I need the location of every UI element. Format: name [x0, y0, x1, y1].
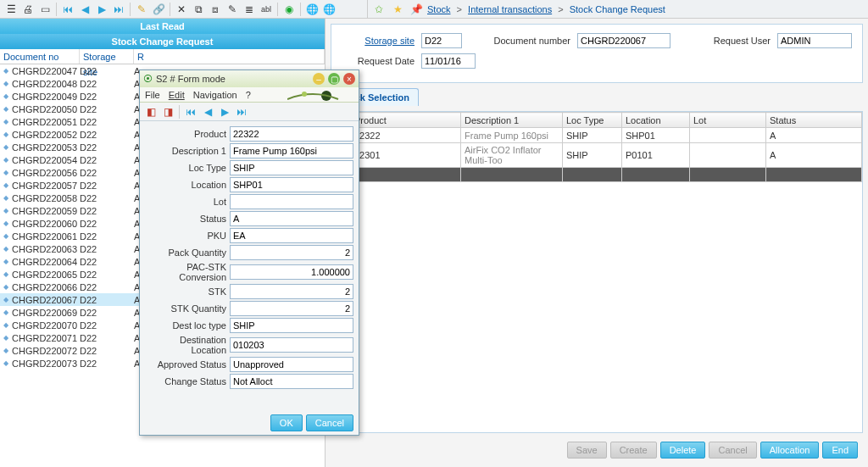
lbl-lot: Lot	[145, 197, 230, 207]
tool-3-icon[interactable]: ⧈	[208, 2, 223, 17]
col-lot[interactable]: Lot	[690, 113, 766, 128]
footer-buttons: Save Create Delete Cancel Allocation End	[331, 438, 863, 462]
col-desc[interactable]: Description 1	[461, 113, 563, 128]
tool-4-icon[interactable]: ✎	[225, 2, 240, 17]
breadcrumb-page: Stock Change Request	[570, 4, 665, 14]
col-status[interactable]: Status	[766, 113, 862, 128]
tool-abl-icon[interactable]: abl	[259, 2, 274, 17]
field-destloctype[interactable]	[230, 318, 353, 333]
field-product[interactable]	[230, 126, 353, 142]
field-pacstk[interactable]	[230, 264, 353, 280]
dialog-app-icon: ⦿	[143, 74, 153, 84]
tool-1-icon[interactable]: ✕	[174, 2, 189, 17]
nav-prev-icon[interactable]: ◀	[77, 2, 92, 17]
tb-nav-first-icon[interactable]: ⏮	[183, 104, 198, 120]
menu-icon[interactable]: ☰	[3, 2, 19, 17]
field-status[interactable]	[230, 211, 353, 226]
dialog-ok-button[interactable]: OK	[270, 414, 303, 431]
field-desc[interactable]	[230, 143, 353, 158]
field-req-date[interactable]	[421, 53, 476, 69]
create-button[interactable]: Create	[610, 442, 657, 459]
nav-last-icon[interactable]: ⏭	[111, 2, 126, 17]
nav-next-icon[interactable]: ▶	[94, 2, 109, 17]
lbl-storage-site[interactable]: Storage site	[342, 36, 415, 46]
lbl-product: Product	[145, 129, 230, 139]
table-row[interactable]: 3	[332, 168, 862, 182]
nav-first-icon[interactable]: ⏮	[60, 2, 75, 17]
wand-icon[interactable]: ✎	[134, 2, 149, 17]
field-lot[interactable]	[230, 194, 353, 209]
table-row[interactable]: 222301AirFix CO2 Inflator Multi-TooSHIPP…	[332, 143, 862, 168]
form-mode-dialog: ⦿ S2 # Form mode – ▢ × File Edit Navigat…	[139, 69, 359, 436]
doc-icon[interactable]: ▭	[37, 2, 53, 17]
print-icon[interactable]: 🖨	[20, 2, 36, 17]
tb-nav-prev-icon[interactable]: ◀	[200, 104, 215, 120]
pin-icon[interactable]: 📌	[409, 2, 424, 17]
col-document-no[interactable]: Document no	[0, 49, 80, 64]
menu-help[interactable]: ?	[246, 90, 251, 100]
end-button[interactable]: End	[822, 442, 858, 459]
dialog-body: Product Description 1 Loc Type Location …	[140, 121, 359, 411]
breadcrumb-internal[interactable]: Internal transactions	[468, 4, 552, 14]
globe-1-icon[interactable]: 🌐	[304, 2, 320, 17]
toolbar-right: ✩ ★ 📌 Stock > Internal transactions > St…	[368, 0, 669, 18]
menu-edit[interactable]: Edit	[169, 90, 185, 100]
lbl-apprstatus: Approved Status	[145, 359, 230, 370]
field-doc-number[interactable]	[577, 33, 670, 48]
lbl-changestatus: Change Status	[145, 376, 230, 386]
go-icon[interactable]: ◉	[281, 2, 297, 17]
col-loctype[interactable]: Loc Type	[563, 113, 622, 128]
allocation-button[interactable]: Allocation	[760, 442, 820, 459]
dialog-titlebar[interactable]: ⦿ S2 # Form mode – ▢ ×	[140, 70, 359, 87]
breadcrumb-stock[interactable]: Stock	[427, 4, 451, 14]
field-loctype[interactable]	[230, 160, 353, 175]
col-rest[interactable]: R	[134, 49, 325, 64]
field-storage-site[interactable]	[421, 33, 462, 48]
top-toolbars: ☰ 🖨 ▭ ⏮ ◀ ▶ ⏭ ✎ 🔗 ✕ ⧉ ⧈ ✎ ≣ abl ◉ 🌐 🌐 ✩	[0, 0, 868, 19]
tb-nav-next-icon[interactable]: ▶	[217, 104, 232, 120]
menu-navigation[interactable]: Navigation	[193, 90, 237, 100]
field-req-user[interactable]	[777, 33, 852, 48]
globe-2-icon[interactable]: 🌐	[321, 2, 337, 17]
left-pane: Last Read Stock Change Request Document …	[0, 19, 326, 467]
cancel-button[interactable]: Cancel	[709, 442, 756, 459]
link-icon[interactable]: 🔗	[151, 2, 166, 17]
dialog-cancel-button[interactable]: Cancel	[306, 414, 353, 431]
field-destloc[interactable]	[230, 337, 353, 353]
lbl-req-user: Request User	[677, 36, 771, 46]
table-row[interactable]: 122322Frame Pump 160psiSHIPSHP01A	[332, 128, 862, 143]
field-apprstatus[interactable]	[230, 357, 353, 372]
menu-file[interactable]: File	[145, 90, 160, 100]
col-location[interactable]: Location	[622, 113, 690, 128]
lbl-stk: STK	[145, 286, 230, 297]
field-stkqty[interactable]	[230, 301, 353, 316]
star-icon[interactable]: ★	[390, 2, 405, 17]
lbl-location: Location	[145, 180, 230, 190]
field-location[interactable]	[230, 177, 353, 192]
delete-button[interactable]: Delete	[660, 442, 706, 459]
lbl-doc-number: Document number	[469, 36, 570, 46]
col-product[interactable]: Product	[351, 113, 461, 128]
tool-5-icon[interactable]: ≣	[242, 2, 257, 17]
close-icon[interactable]: ×	[343, 73, 355, 85]
field-packqty[interactable]	[230, 245, 353, 260]
save-button[interactable]: Save	[567, 442, 607, 459]
field-stk[interactable]	[230, 284, 353, 299]
tb-nav-last-icon[interactable]: ⏭	[234, 104, 249, 120]
lbl-pku: PKU	[145, 231, 230, 241]
tb-flag-right-icon[interactable]: ◨	[160, 104, 175, 120]
minimize-icon[interactable]: –	[313, 73, 325, 85]
field-changestatus[interactable]	[230, 374, 353, 389]
field-pku[interactable]	[230, 228, 353, 243]
menu-decor	[287, 87, 355, 103]
left-grid-header: Document no Storage site R	[0, 49, 325, 64]
col-storage-site[interactable]: Storage site	[80, 49, 134, 64]
maximize-icon[interactable]: ▢	[328, 73, 340, 85]
svg-point-1	[302, 92, 307, 97]
lbl-desc: Description 1	[145, 146, 230, 156]
header-box: Storage site Document number Request Use…	[331, 24, 863, 83]
tb-flag-left-icon[interactable]: ◧	[143, 104, 159, 120]
stock-grid: Product Description 1 Loc Type Location …	[331, 112, 862, 182]
star-outline-icon[interactable]: ✩	[371, 2, 387, 17]
tool-2-icon[interactable]: ⧉	[191, 2, 206, 17]
